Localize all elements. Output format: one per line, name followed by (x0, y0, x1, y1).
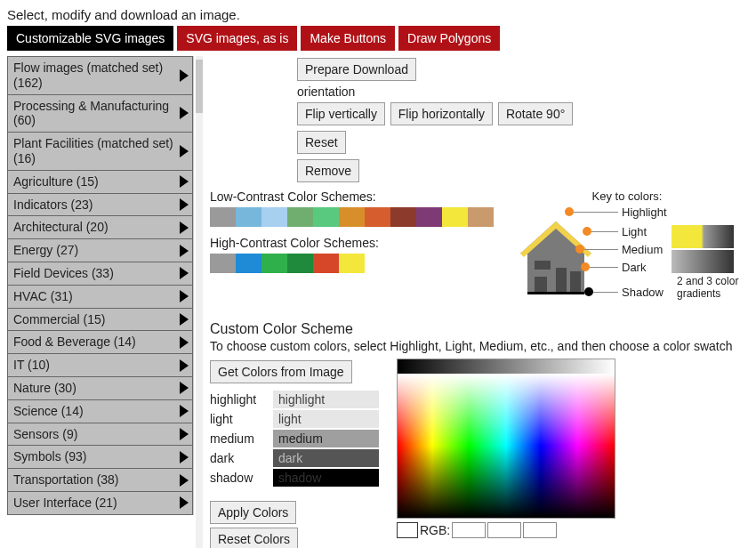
sidebar-item-5[interactable]: Architectural (20) (7, 215, 193, 238)
chevron-right-icon (180, 198, 189, 211)
prepare-download-button[interactable]: Prepare Download (297, 58, 416, 81)
svg-rect-11 (398, 374, 615, 518)
rotate-90-button[interactable]: Rotate 90° (498, 102, 573, 125)
low-swatches-6[interactable] (365, 207, 390, 227)
low-contrast-label: Low-Contrast Color Schemes: (210, 189, 494, 204)
tab-bar: Customizable SVG imagesSVG images, as is… (7, 26, 749, 51)
high-swatches-4[interactable] (313, 254, 339, 273)
tab-0[interactable]: Customizable SVG images (7, 26, 173, 51)
chevron-right-icon (180, 496, 189, 509)
category-sidebar: Flow images (matched set) (162)Processin… (7, 56, 194, 548)
chevron-right-icon (180, 336, 189, 349)
remove-button[interactable]: Remove (297, 159, 359, 182)
high-swatches-3[interactable] (287, 254, 313, 273)
rgb-preview-swatch (397, 522, 418, 538)
hilo-label-highlight[interactable]: highlight (210, 392, 268, 407)
tab-1[interactable]: SVG images, as is (177, 26, 297, 51)
chevron-right-icon (180, 474, 189, 487)
low-contrast-swatches[interactable] (210, 207, 494, 227)
flip-horizontal-button[interactable]: Flip horizontally (390, 102, 493, 125)
reset-button[interactable]: Reset (297, 131, 346, 154)
chevron-right-icon (180, 428, 189, 440)
chevron-right-icon (180, 107, 189, 119)
hilo-value-medium: medium (273, 430, 379, 447)
low-swatches-7[interactable] (390, 207, 416, 227)
chevron-right-icon (180, 451, 189, 463)
key-highlight-label: Highlight (622, 206, 667, 219)
sidebar-item-9[interactable]: Commercial (15) (7, 308, 193, 331)
low-swatches-1[interactable] (236, 207, 261, 227)
rgb-b-input[interactable] (523, 522, 557, 538)
chevron-right-icon (180, 382, 189, 394)
sidebar-item-14[interactable]: Sensors (9) (7, 423, 193, 446)
sidebar-item-4[interactable]: Indicators (23) (7, 193, 193, 216)
tab-2[interactable]: Make Buttons (301, 26, 395, 51)
high-swatches-1[interactable] (236, 254, 261, 273)
svg-rect-7 (527, 292, 584, 294)
get-colors-button[interactable]: Get Colors from Image (210, 360, 352, 383)
sidebar-item-15[interactable]: Symbols (93) (7, 445, 193, 468)
hilo-label-light[interactable]: light (210, 412, 268, 426)
key-shadow-label: Shadow (622, 286, 664, 299)
orientation-label: orientation (297, 85, 749, 99)
apply-colors-button[interactable]: Apply Colors (210, 501, 296, 524)
low-swatches-4[interactable] (313, 207, 339, 227)
high-swatches-5[interactable] (339, 254, 365, 273)
key-title: Key to colors: (511, 189, 743, 203)
sidebar-item-2[interactable]: Plant Facilities (matched set) (16) (7, 132, 193, 170)
low-swatches-5[interactable] (339, 207, 365, 227)
chevron-right-icon (180, 290, 189, 302)
key-medium-label: Medium (622, 243, 663, 256)
key-gradients-label: 2 and 3 color gradients (677, 275, 739, 300)
sidebar-item-13[interactable]: Science (14) (7, 399, 193, 423)
rgb-label: RGB: (420, 523, 450, 537)
sidebar-scrollbar[interactable] (196, 56, 203, 548)
svg-rect-6 (570, 271, 581, 293)
sidebar-item-3[interactable]: Agriculture (15) (7, 170, 193, 193)
color-palette[interactable] (397, 359, 615, 519)
sidebar-item-7[interactable]: Field Devices (33) (7, 262, 193, 285)
hilo-label-shadow[interactable]: shadow (210, 471, 268, 485)
low-swatches-10[interactable] (468, 207, 494, 227)
high-swatches-0[interactable] (210, 254, 236, 273)
sidebar-item-12[interactable]: Nature (30) (7, 376, 193, 399)
chevron-right-icon (180, 267, 189, 279)
high-contrast-label: High-Contrast Color Schemes: (210, 236, 494, 250)
svg-rect-4 (535, 277, 547, 293)
sidebar-item-11[interactable]: IT (10) (7, 353, 193, 376)
chevron-right-icon (180, 222, 189, 234)
hilo-value-shadow: shadow (273, 469, 379, 487)
sidebar-item-10[interactable]: Food & Beverage (14) (7, 330, 193, 353)
tab-3[interactable]: Draw Polygons (398, 26, 500, 51)
svg-rect-5 (556, 268, 567, 293)
flip-vertical-button[interactable]: Flip vertically (297, 102, 385, 125)
chevron-right-icon (180, 245, 189, 257)
sidebar-item-8[interactable]: HVAC (31) (7, 285, 193, 308)
reset-colors-button[interactable]: Reset Colors (210, 528, 298, 548)
sidebar-item-6[interactable]: Energy (27) (7, 238, 193, 262)
hilo-label-dark[interactable]: dark (210, 451, 268, 465)
sidebar-item-1[interactable]: Processing & Manufacturing (60) (7, 94, 193, 133)
sidebar-item-17[interactable]: User Interface (21) (7, 491, 193, 515)
hilo-value-highlight: highlight (273, 391, 379, 408)
high-swatches-2[interactable] (261, 254, 287, 273)
low-swatches-0[interactable] (210, 207, 236, 227)
key-light-label: Light (622, 225, 647, 238)
high-contrast-swatches[interactable] (210, 254, 494, 273)
sidebar-item-16[interactable]: Transportation (38) (7, 468, 193, 491)
low-swatches-3[interactable] (287, 207, 313, 227)
house-icon (511, 209, 600, 298)
custom-scheme-desc: To choose custom colors, select Highligh… (210, 339, 749, 353)
low-swatches-8[interactable] (416, 207, 442, 227)
chevron-right-icon (180, 313, 189, 326)
svg-rect-8 (398, 359, 615, 374)
sidebar-item-0[interactable]: Flow images (matched set) (162) (7, 56, 193, 94)
low-swatches-9[interactable] (442, 207, 468, 227)
rgb-g-input[interactable] (487, 522, 521, 538)
chevron-right-icon (180, 405, 189, 417)
low-swatches-2[interactable] (261, 207, 287, 227)
rgb-r-input[interactable] (452, 522, 486, 538)
chevron-right-icon (180, 175, 189, 188)
key-dark-label: Dark (622, 261, 646, 274)
hilo-label-medium[interactable]: medium (210, 431, 268, 446)
